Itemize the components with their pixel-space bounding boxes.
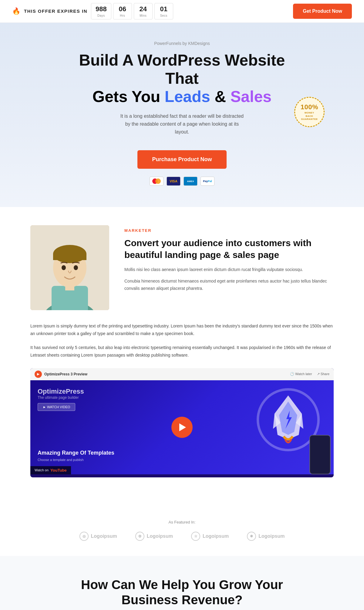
offer-text: THIS OFFER EXPIRES IN <box>24 8 87 14</box>
watch-on-bar[interactable]: Watch on YouTube <box>30 466 71 474</box>
logo-name-4: Logoipsum <box>258 534 285 539</box>
logo-item-2: ✿ Logoipsum <box>135 532 173 541</box>
guarantee-badge: 100% MONEY BACK GUARANTEE <box>294 97 325 127</box>
hero-title-gets-you: Gets You <box>93 88 165 105</box>
hero-title-line2: Gets You Leads & Sales <box>61 88 303 106</box>
featured-section: As Featured In: ◎ Logoipsum ✿ Logoipsum … <box>0 511 364 556</box>
youtube-logo: YouTube <box>50 468 67 473</box>
countdown-hrs-value: 06 <box>119 5 126 13</box>
purchase-button[interactable]: Purchase Product Now <box>137 150 226 169</box>
templates-title: Amazing Range Of Templates <box>38 450 114 456</box>
optimize-tagline: The ultimate page builder <box>38 395 79 400</box>
countdown: 988 Days 06 Hrs 24 Mins 01 Secs <box>91 3 173 19</box>
phone-mockup <box>309 435 331 474</box>
badge-100: 100% <box>301 103 318 112</box>
countdown-days-label: Days <box>97 14 105 17</box>
watch-video-btn[interactable]: ► WATCH VIDEO <box>38 403 75 411</box>
offer-left: 🔥 THIS OFFER EXPIRES IN 988 Days 06 Hrs … <box>12 3 173 19</box>
hero-section: PowerFunnels by KMDesigns Build A WordPr… <box>0 23 364 207</box>
visa-icon: VISA <box>167 177 180 186</box>
help-section: How Can We Help You Grow Your Business R… <box>0 556 364 610</box>
badge-money: MONEY <box>305 111 314 114</box>
hero-title-leads: Leads <box>165 88 210 105</box>
hero-title-line1: Build A WordPress Website That <box>61 51 303 88</box>
countdown-days: 988 Days <box>91 3 111 19</box>
logo-circle-4: ❋ <box>247 532 256 541</box>
badge-circle: 100% MONEY BACK GUARANTEE <box>294 97 325 127</box>
svg-rect-11 <box>65 284 74 290</box>
countdown-secs-value: 01 <box>160 5 167 13</box>
logo-item-3: ☆ Logoipsum <box>191 532 229 541</box>
watch-later[interactable]: 🕐 Watch later <box>290 372 312 376</box>
marketer-row: MARKETER Convert your audience into cust… <box>30 225 334 310</box>
video-wrapper[interactable]: ▶ OptimizePress 3 Preview 🕐 Watch later … <box>30 368 334 477</box>
templates-sub: Choose a template and publish <box>38 458 84 462</box>
badge-guarantee: GUARANTEE <box>301 118 318 121</box>
mastercard-icon <box>150 177 163 186</box>
marketer-info: MARKETER Convert your audience into cust… <box>124 225 334 310</box>
countdown-days-value: 988 <box>96 5 107 13</box>
watch-on-text: Watch on <box>35 468 49 472</box>
video-body[interactable]: OptimizePress The ultimate page builder … <box>30 380 334 474</box>
header-bar: 🔥 THIS OFFER EXPIRES IN 988 Days 06 Hrs … <box>0 0 364 23</box>
youtube-icon-small: ▶ <box>35 371 42 378</box>
fire-icon: 🔥 <box>12 7 20 15</box>
countdown-mins-label: Mins <box>140 14 147 17</box>
marketer-photo <box>30 225 109 310</box>
marketer-para2: Conubia himeneos dictumst himenaeos euis… <box>124 278 334 292</box>
logo-row: ◎ Logoipsum ✿ Logoipsum ☆ Logoipsum ❋ Lo… <box>30 532 334 541</box>
play-triangle-icon <box>179 423 186 431</box>
countdown-secs-label: Secs <box>160 14 167 17</box>
logo-circle-1: ◎ <box>79 532 89 541</box>
hero-description: It is a long established fact that a rea… <box>118 112 246 136</box>
optimize-logo: OptimizePress <box>38 388 84 395</box>
content-section: MARKETER Convert your audience into cust… <box>0 207 364 511</box>
countdown-hrs-label: Hrs <box>120 14 125 17</box>
logo-circle-3: ☆ <box>191 532 200 541</box>
help-title-line1: How Can We Help You Grow Your <box>81 578 283 592</box>
play-button[interactable] <box>171 417 193 438</box>
logo-name-3: Logoipsum <box>203 534 229 539</box>
svg-rect-8 <box>53 254 86 260</box>
svg-point-10 <box>74 265 78 270</box>
video-channel-name: OptimizePress 3 Preview <box>44 372 87 376</box>
logo-circle-2: ✿ <box>135 532 144 541</box>
video-header: ▶ OptimizePress 3 Preview 🕐 Watch later … <box>30 368 334 380</box>
svg-point-1 <box>155 178 161 184</box>
body-para1: Lorem Ipsum is simply dummy text of the … <box>30 322 334 337</box>
share-btn[interactable]: ↗ Share <box>317 372 329 376</box>
video-actions: 🕐 Watch later ↗ Share <box>290 372 329 376</box>
help-title: How Can We Help You Grow Your Business R… <box>30 577 334 608</box>
logo-item-4: ❋ Logoipsum <box>247 532 285 541</box>
countdown-hrs: 06 Hrs <box>113 3 132 19</box>
logo-name-2: Logoipsum <box>147 534 173 539</box>
countdown-mins-value: 24 <box>140 5 147 13</box>
video-channel: ▶ OptimizePress 3 Preview <box>35 371 87 378</box>
get-product-button[interactable]: Get Product Now <box>293 4 352 19</box>
hero-title-sales: Sales <box>230 88 271 105</box>
body-para2: It has survived not only 5 centuries, bu… <box>30 344 334 359</box>
marketer-label: MARKETER <box>124 228 334 233</box>
amex-icon: AMEX <box>184 177 197 186</box>
paypal-icon: PayPal <box>201 177 214 186</box>
hero-title-amp: & <box>210 88 230 105</box>
countdown-secs: 01 Secs <box>154 3 173 19</box>
marketer-heading: Convert your audience into customers wit… <box>124 237 334 261</box>
svg-point-9 <box>62 265 66 270</box>
hero-subtitle: PowerFunnels by KMDesigns <box>61 41 303 46</box>
featured-label: As Featured In: <box>30 520 334 524</box>
help-title-line2: Business Revenue? <box>121 593 242 607</box>
marketer-para1: Mollis nisi leo class aenean ipsum laore… <box>124 266 334 273</box>
badge-back: BACK <box>305 115 313 118</box>
countdown-mins: 24 Mins <box>134 3 153 19</box>
logo-name-1: Logoipsum <box>91 534 117 539</box>
logo-item-1: ◎ Logoipsum <box>79 532 117 541</box>
payment-icons: VISA AMEX PayPal <box>61 177 303 186</box>
